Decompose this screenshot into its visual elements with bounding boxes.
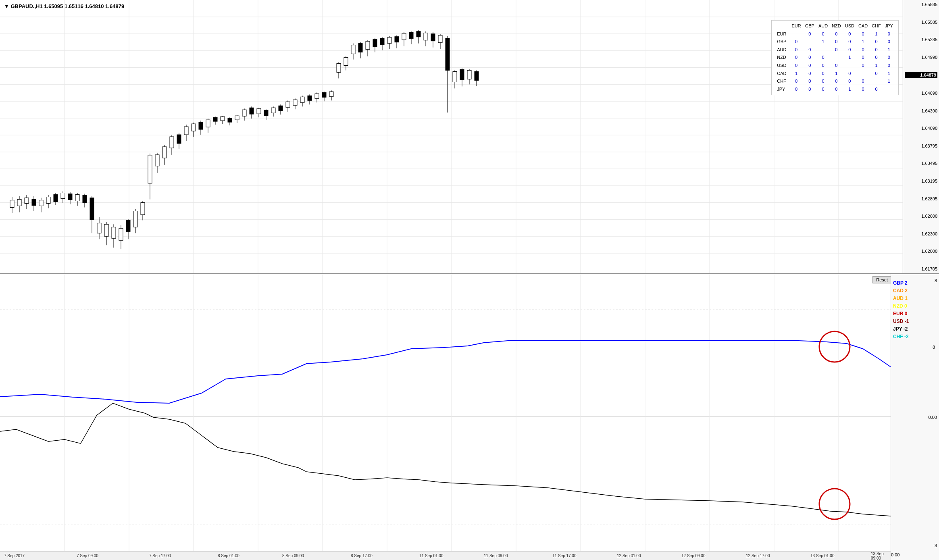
matrix-cell — [830, 54, 843, 62]
indicator-area: Reset GBP 2CAD 2AUD 1NZD 0EUR 0USD -1JPY… — [0, 274, 939, 560]
svg-rect-49 — [75, 195, 79, 201]
svg-rect-79 — [184, 127, 188, 135]
svg-rect-37 — [32, 199, 36, 206]
svg-rect-93 — [235, 116, 239, 120]
reset-button[interactable]: Reset — [872, 276, 891, 283]
time-label-9: 12 Sep 01:00 — [617, 554, 641, 558]
matrix-cell: 0 — [803, 77, 816, 85]
svg-rect-153 — [453, 71, 457, 82]
matrix-cell: 0 — [830, 85, 843, 94]
matrix-cell: 1 — [830, 70, 843, 78]
svg-rect-135 — [387, 37, 391, 44]
svg-rect-127 — [358, 44, 362, 52]
legend-item: USD -1 — [893, 318, 935, 325]
svg-rect-129 — [366, 42, 370, 50]
price-label-11: 1.62895 — [905, 196, 937, 201]
svg-rect-121 — [337, 64, 341, 73]
matrix-cell: 0 — [856, 62, 870, 70]
svg-rect-43 — [54, 195, 58, 202]
time-label-12: 13 Sep 01:00 — [810, 554, 835, 558]
matrix-cell: 0 — [816, 54, 830, 62]
matrix-corner — [775, 22, 789, 30]
svg-rect-143 — [416, 31, 421, 37]
matrix-cell — [789, 30, 803, 38]
legend-label: EUR 0 — [893, 310, 907, 317]
matrix-row-header: GBP — [775, 38, 789, 46]
svg-rect-103 — [271, 108, 275, 113]
svg-rect-39 — [39, 200, 43, 206]
svg-rect-91 — [228, 118, 232, 122]
svg-rect-69 — [148, 155, 152, 183]
matrix-header-chf: CHF — [870, 22, 883, 30]
matrix-cell: 0 — [816, 70, 830, 78]
matrix-cell — [870, 77, 883, 85]
matrix-row: NZD0001000 — [775, 54, 895, 62]
matrix-row-header: AUD — [775, 46, 789, 54]
matrix-cell — [883, 85, 895, 94]
price-label-9: 1.63495 — [905, 161, 937, 166]
matrix-cell: 0 — [883, 62, 895, 70]
matrix-cell: 0 — [870, 46, 883, 54]
svg-rect-133 — [380, 38, 384, 45]
svg-rect-35 — [25, 198, 29, 204]
matrix-row: USD0000010 — [775, 62, 895, 70]
indicator-chart — [0, 274, 891, 560]
svg-rect-125 — [351, 45, 355, 54]
svg-rect-57 — [104, 224, 108, 236]
svg-rect-113 — [308, 96, 312, 100]
matrix-row: CHF0000001 — [775, 77, 895, 85]
matrix-cell: 0 — [830, 77, 843, 85]
svg-rect-131 — [373, 40, 377, 47]
matrix-header-aud: AUD — [816, 22, 830, 30]
matrix-row: AUD0000001 — [775, 46, 895, 54]
matrix-table: EUR GBP AUD NZD USD CAD CHF JPY EUR00000… — [775, 22, 895, 93]
price-label-10: 1.63195 — [905, 179, 937, 183]
svg-rect-107 — [286, 102, 290, 107]
matrix-header-usd: USD — [843, 22, 856, 30]
svg-rect-101 — [264, 110, 268, 116]
matrix-cell: 0 — [789, 85, 803, 94]
matrix-row-header: CAD — [775, 70, 789, 78]
matrix-cell: 0 — [789, 54, 803, 62]
legend-item: AUD 1 — [893, 295, 935, 302]
matrix-cell: 1 — [816, 38, 830, 46]
svg-rect-87 — [213, 117, 217, 121]
matrix-cell: 1 — [843, 85, 856, 94]
legend-item: CAD 2 — [893, 287, 935, 294]
price-label-6: 1.64390 — [905, 108, 937, 113]
svg-rect-53 — [90, 198, 94, 220]
matrix-row-header: JPY — [775, 85, 789, 94]
indicator-svg — [0, 274, 891, 560]
matrix-header-eur: EUR — [789, 22, 803, 30]
svg-rect-155 — [460, 69, 464, 79]
axis-label-zero: 0.00 — [929, 415, 937, 420]
matrix-cell: 0 — [816, 77, 830, 85]
svg-rect-139 — [402, 33, 406, 40]
indicator-axis-top: 8 — [933, 345, 937, 350]
legend-item: CHF -2 — [893, 333, 935, 340]
matrix-cell: 0 — [830, 30, 843, 38]
legend-label: CAD 2 — [893, 287, 908, 294]
matrix-cell: 1 — [870, 30, 883, 38]
matrix-cell: 1 — [883, 70, 895, 78]
legend-item: GBP 2 — [893, 279, 935, 287]
svg-rect-41 — [46, 197, 50, 204]
matrix-cell: 0 — [803, 85, 816, 94]
matrix-cell: 0 — [870, 54, 883, 62]
svg-rect-59 — [112, 227, 116, 238]
svg-rect-105 — [279, 106, 283, 111]
time-label-7: 11 Sep 09:00 — [484, 554, 508, 558]
svg-rect-123 — [344, 58, 348, 66]
matrix-header-jpy: JPY — [883, 22, 895, 30]
legend-label: GBP 2 — [893, 279, 908, 287]
svg-rect-95 — [242, 110, 246, 116]
svg-rect-77 — [177, 135, 181, 144]
matrix-header-nzd: NZD — [830, 22, 843, 30]
matrix-header-cad: CAD — [856, 22, 870, 30]
chart-area: ▼ GBPAUD.,H1 1.65095 1.65116 1.64810 1.6… — [0, 0, 939, 274]
legend-item: EUR 0 — [893, 310, 935, 317]
svg-rect-31 — [10, 200, 14, 208]
matrix-cell: 0 — [856, 77, 870, 85]
time-axis: 7 Sep 2017 7 Sep 09:00 7 Sep 17:00 8 Sep… — [0, 551, 891, 560]
time-label-11: 12 Sep 17:00 — [746, 554, 770, 558]
